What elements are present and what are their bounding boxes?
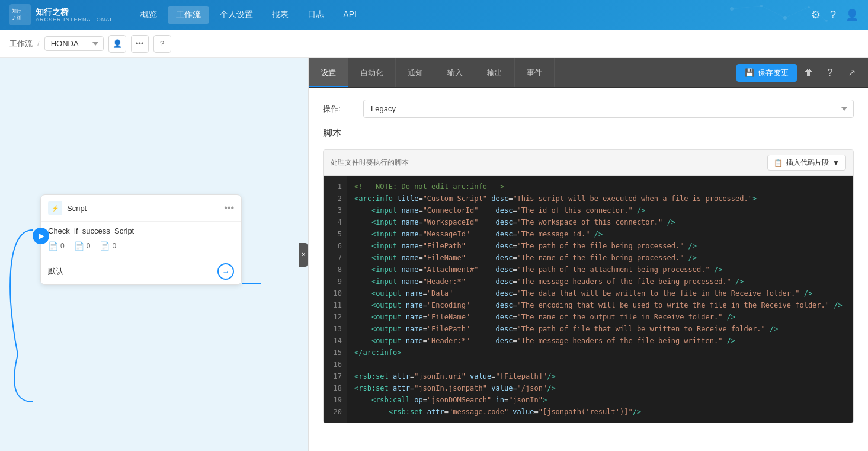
ellipsis-icon: ••• bbox=[136, 39, 144, 48]
collapse-panel-btn[interactable]: ✕ bbox=[299, 243, 308, 267]
save-icon: 💾 bbox=[745, 68, 754, 77]
save-changes-button[interactable]: 💾 保存变更 bbox=[736, 64, 797, 82]
operation-select[interactable]: Legacy bbox=[363, 100, 854, 118]
code-line-17: <rsb:set attr="jsonIn.uri" value="[Filep… bbox=[354, 370, 853, 382]
canvas-area: ▶ ⚡ Script ••• Check_if_success_Script 📄 bbox=[0, 58, 308, 451]
svg-text:知行: 知行 bbox=[12, 8, 21, 14]
node-stats: 📄 0 📄 0 📄 0 bbox=[48, 241, 234, 251]
code-line-16 bbox=[354, 359, 853, 370]
code-line-8: <input name="Attachment#" desc="The path… bbox=[354, 264, 853, 276]
script-node-icon: ⚡ bbox=[48, 201, 62, 215]
gray-icon: 📄 bbox=[100, 241, 110, 251]
red-count: 0 bbox=[87, 242, 91, 250]
panel-actions: 💾 保存变更 🗑 ? ↗ bbox=[729, 63, 868, 82]
logo-text: 知行之桥 ARCSER INTERNATIONAL bbox=[36, 7, 113, 23]
editor-header-label: 处理文件时要执行的脚本 bbox=[331, 158, 409, 168]
logo[interactable]: 知行 之桥 知行之桥 ARCSER INTERNATIONAL bbox=[9, 4, 113, 25]
code-editor-container: 处理文件时要执行的脚本 📋 插入代码片段 ▼ 1 2 3 bbox=[323, 149, 854, 423]
node-arrow-btn[interactable]: → bbox=[217, 263, 234, 280]
node-body: Check_if_success_Script 📄 0 📄 0 📄 0 bbox=[41, 222, 241, 258]
svg-rect-0 bbox=[9, 4, 31, 25]
nav-item-profile[interactable]: 个人设置 bbox=[212, 6, 261, 24]
delete-button[interactable]: 🗑 bbox=[799, 63, 818, 82]
script-section-title: 脚本 bbox=[323, 127, 854, 140]
code-line-20: <rsb:set attr="message.code" value="[jso… bbox=[354, 406, 853, 418]
breadcrumb-bar: 工作流 / HONDA 👤 ••• ? bbox=[0, 30, 868, 58]
svg-text:之桥: 之桥 bbox=[12, 15, 21, 21]
tab-settings[interactable]: 设置 bbox=[309, 58, 348, 87]
user-icon[interactable]: 👤 bbox=[845, 8, 859, 21]
panel-content: 操作: Legacy 脚本 处理文件时要执行的脚本 📋 插入代码片段 ▼ bbox=[309, 88, 868, 451]
help-icon[interactable]: ? bbox=[830, 9, 836, 21]
help-btn[interactable]: ? bbox=[153, 35, 171, 53]
breadcrumb-workflow[interactable]: 工作流 bbox=[9, 39, 33, 49]
node-type-label: Script bbox=[67, 204, 224, 213]
svg-line-10 bbox=[785, 7, 809, 18]
play-button[interactable]: ▶ bbox=[33, 228, 49, 244]
stat-green: 📄 0 bbox=[48, 241, 65, 251]
code-line-6: <input name="FilePath" desc="The path of… bbox=[354, 240, 853, 252]
snippet-icon: 📋 bbox=[774, 159, 783, 167]
green-count: 0 bbox=[60, 242, 65, 250]
user-btn[interactable]: 👤 bbox=[108, 35, 126, 53]
operation-label: 操作: bbox=[323, 104, 358, 114]
operation-row: 操作: Legacy bbox=[323, 100, 854, 118]
script-node: ⚡ Script ••• Check_if_success_Script 📄 0… bbox=[40, 194, 242, 285]
stat-gray: 📄 0 bbox=[100, 241, 116, 251]
snippet-label: 插入代码片段 bbox=[786, 158, 829, 168]
code-line-2: <arc:info title="Custom Script" desc="Th… bbox=[354, 193, 853, 204]
nav-item-workflow[interactable]: 工作流 bbox=[168, 6, 209, 24]
save-label: 保存变更 bbox=[758, 68, 789, 78]
top-nav: 知行 之桥 知行之桥 ARCSER INTERNATIONAL 概览 工作流 个… bbox=[0, 0, 868, 30]
code-line-14: <output name="Header:*" desc="The messag… bbox=[354, 335, 853, 347]
tab-input[interactable]: 输入 bbox=[435, 58, 475, 87]
panel-help-button[interactable]: ? bbox=[821, 63, 840, 82]
snippet-dropdown-icon: ▼ bbox=[832, 159, 840, 167]
default-label: 默认 bbox=[48, 266, 63, 277]
gray-count: 0 bbox=[112, 242, 116, 250]
red-icon: 📄 bbox=[74, 241, 84, 251]
nav-item-api[interactable]: API bbox=[335, 6, 365, 24]
panel-toolbar: 设置 自动化 通知 输入 输出 事件 💾 保存变更 🗑 ? ↗ bbox=[309, 58, 868, 88]
tab-automation[interactable]: 自动化 bbox=[348, 58, 396, 87]
code-line-12: <output name="FileName" desc="The name o… bbox=[354, 311, 853, 323]
node-header: ⚡ Script ••• bbox=[41, 195, 241, 222]
collapse-icon: ✕ bbox=[301, 251, 306, 258]
nav-item-overview[interactable]: 概览 bbox=[132, 6, 165, 24]
stat-red: 📄 0 bbox=[74, 241, 91, 251]
question-icon: ? bbox=[160, 39, 164, 48]
code-line-1: <!-- NOTE: Do not edit arc:info --> bbox=[354, 181, 853, 193]
code-line-5: <input name="MessageId" desc="The messag… bbox=[354, 228, 853, 240]
code-line-19: <rsb:call op="jsonDOMSearch" in="jsonIn"… bbox=[354, 394, 853, 406]
external-link-button[interactable]: ↗ bbox=[842, 63, 861, 82]
code-line-13: <output name="FilePath" desc="The path o… bbox=[354, 323, 853, 335]
panel-tabs: 设置 自动化 通知 输入 输出 事件 bbox=[309, 58, 729, 87]
person-icon: 👤 bbox=[113, 39, 122, 48]
svg-line-9 bbox=[761, 6, 785, 18]
workflow-select[interactable]: HONDA bbox=[44, 36, 104, 51]
node-name: Check_if_success_Script bbox=[48, 226, 234, 235]
more-btn[interactable]: ••• bbox=[131, 35, 149, 53]
code-editor-header: 处理文件时要执行的脚本 📋 插入代码片段 ▼ bbox=[324, 150, 853, 176]
code-line-15: </arc:info> bbox=[354, 347, 853, 359]
code-area[interactable]: 1 2 3 4 5 6 7 8 9 10 11 bbox=[324, 176, 853, 423]
tab-events[interactable]: 事件 bbox=[515, 58, 555, 87]
code-line-9: <input name="Header:*" desc="The message… bbox=[354, 276, 853, 287]
main-layout: ▶ ⚡ Script ••• Check_if_success_Script 📄 bbox=[0, 58, 868, 451]
code-line-11: <output name="Encoding" desc="The encodi… bbox=[354, 299, 853, 311]
settings-icon[interactable]: ⚙ bbox=[811, 8, 821, 21]
tab-output[interactable]: 输出 bbox=[475, 58, 515, 87]
insert-snippet-button[interactable]: 📋 插入代码片段 ▼ bbox=[767, 155, 846, 171]
tab-notifications[interactable]: 通知 bbox=[396, 58, 435, 87]
code-line-18: <rsb:set attr="jsonIn.jsonpath" value="/… bbox=[354, 382, 853, 394]
code-wrapper: 1 2 3 4 5 6 7 8 9 10 11 bbox=[324, 176, 853, 423]
breadcrumb-sep: / bbox=[37, 39, 40, 48]
line-numbers: 1 2 3 4 5 6 7 8 9 10 11 bbox=[324, 176, 347, 423]
logo-icon: 知行 之桥 bbox=[9, 4, 31, 25]
nav-item-reports[interactable]: 报表 bbox=[264, 6, 297, 24]
nav-item-logs[interactable]: 日志 bbox=[299, 6, 332, 24]
code-content: <!-- NOTE: Do not edit arc:info --> <arc… bbox=[347, 176, 853, 423]
node-more-btn[interactable]: ••• bbox=[224, 203, 234, 213]
svg-text:⚡: ⚡ bbox=[52, 204, 59, 212]
code-line-3: <input name="ConnectorId" desc="The id o… bbox=[354, 204, 853, 216]
